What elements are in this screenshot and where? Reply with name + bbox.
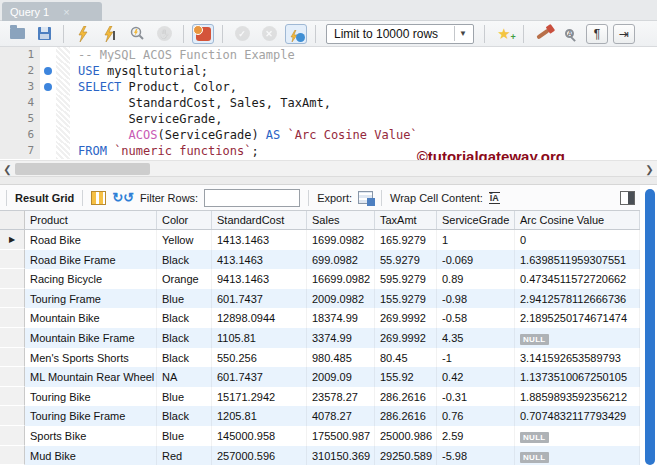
table-cell[interactable]: Touring Bike Frame [25,406,157,426]
table-cell[interactable]: -0.98 [437,289,515,309]
table-cell[interactable]: 1699.0982 [307,230,375,250]
table-cell[interactable]: ML Mountain Rear Wheel [25,367,157,387]
code-line-6[interactable]: 6 ACOS(ServiceGrade) AS `Arc Cosine Valu… [0,127,657,143]
table-row[interactable]: ML Mountain Rear WheelNA601.74372009.091… [0,367,640,387]
table-cell[interactable]: 2.1895250174671474 [515,308,640,328]
row-selector[interactable] [0,426,25,446]
table-cell[interactable]: 155.92 [375,367,437,387]
table-cell[interactable]: 25000.986 [375,426,437,446]
column-header-taxamt[interactable]: TaxAmt [375,211,437,229]
filter-rows-input[interactable] [204,189,300,207]
table-cell[interactable]: -0.069 [437,250,515,270]
editor-horizontal-scrollbar[interactable]: ❮ ❯ [0,160,657,176]
table-cell[interactable]: Black [157,250,212,270]
toggle-word-wrap-button[interactable]: ⇥ [613,24,635,44]
table-cell[interactable]: NA [157,367,212,387]
table-cell[interactable]: 3374.99 [307,328,375,348]
table-cell[interactable]: 0.42 [437,367,515,387]
table-row[interactable]: Touring BikeBlue15171.294223578.27286.26… [0,387,640,407]
table-cell[interactable]: Mud Bike [25,446,157,466]
table-cell[interactable]: Blue [157,426,212,446]
execute-query-button[interactable] [72,24,94,44]
column-header-sales[interactable]: Sales [307,211,375,229]
code-line-4[interactable]: 4 StandardCost, Sales, TaxAmt, [0,95,657,111]
table-cell[interactable]: Red [157,446,212,466]
table-row[interactable]: Racing BicycleOrange9413.146316699.09825… [0,269,640,289]
table-cell[interactable]: 550.256 [212,348,307,368]
table-cell[interactable]: 165.9279 [375,230,437,250]
row-selector[interactable] [0,348,25,368]
wrap-cell-content-icon[interactable]: ĪA [489,192,500,204]
table-cell[interactable]: 145000.958 [212,426,307,446]
table-cell[interactable]: Black [157,328,212,348]
table-cell[interactable]: Touring Bike [25,387,157,407]
table-cell[interactable]: 310150.369 [307,446,375,466]
table-cell[interactable]: Mountain Bike Frame [25,328,157,348]
table-cell[interactable]: 269.9992 [375,308,437,328]
table-row[interactable]: Touring FrameBlue601.74372009.0982155.92… [0,289,640,309]
table-cell[interactable]: 0 [515,230,640,250]
table-cell[interactable]: 4.35 [437,328,515,348]
table-cell[interactable]: 1205.81 [212,406,307,426]
table-cell[interactable]: 2009.0982 [307,289,375,309]
row-selector[interactable] [0,250,25,270]
table-cell[interactable]: 0.4734511572720662 [515,269,640,289]
row-selector[interactable] [0,367,25,387]
row-selector[interactable] [0,289,25,309]
table-cell[interactable]: 601.7437 [212,367,307,387]
table-cell[interactable]: -0.58 [437,308,515,328]
table-cell[interactable]: 1.1373510067250105 [515,367,640,387]
table-cell[interactable]: 0.89 [437,269,515,289]
table-cell[interactable]: 2.9412578112666736 [515,289,640,309]
table-cell[interactable]: 15171.2942 [212,387,307,407]
table-cell[interactable]: Black [157,348,212,368]
table-cell[interactable]: -0.31 [437,387,515,407]
table-cell[interactable]: 595.9279 [375,269,437,289]
explain-query-button[interactable] [126,24,148,44]
table-cell[interactable]: Yellow [157,230,212,250]
export-icon[interactable] [358,191,373,204]
code-line-2[interactable]: 2USE mysqltutorial; [0,63,657,79]
table-cell[interactable]: 1413.1463 [212,230,307,250]
column-header-arc-cosine-value[interactable]: Arc Cosine Value [515,211,640,229]
code-line-5[interactable]: 5 ServiceGrade, [0,111,657,127]
current-row-marker[interactable]: ▶ [0,230,25,250]
table-cell[interactable]: 155.9279 [375,289,437,309]
table-cell[interactable]: Blue [157,387,212,407]
row-selector[interactable] [0,406,25,426]
table-cell[interactable]: 286.2616 [375,406,437,426]
table-cell[interactable]: Racing Bicycle [25,269,157,289]
row-selector[interactable] [0,446,25,466]
table-cell[interactable]: 0.7074832117793429 [515,406,640,426]
table-row[interactable]: Road Bike FrameBlack413.1463699.098255.9… [0,250,640,270]
table-cell[interactable]: 2009.09 [307,367,375,387]
table-cell[interactable]: 601.7437 [212,289,307,309]
table-row[interactable]: Men's Sports ShortsBlack550.256980.48580… [0,348,640,368]
editor-result-splitter[interactable] [0,176,657,185]
table-cell[interactable]: Mountain Bike [25,308,157,328]
toggle-stop-on-error-button[interactable] [192,24,214,44]
row-selector[interactable] [0,269,25,289]
table-row[interactable]: ▶Road BikeYellow1413.14631699.0982165.92… [0,230,640,250]
table-cell[interactable]: Black [157,308,212,328]
table-cell[interactable]: 699.0982 [307,250,375,270]
execute-current-statement-button[interactable] [99,24,121,44]
column-header-standardcost[interactable]: StandardCost [212,211,307,229]
horizontal-scroll-thumb[interactable] [15,163,150,175]
table-cell[interactable]: -5.98 [437,446,515,466]
find-button[interactable]: A [559,24,581,44]
table-cell[interactable]: Road Bike Frame [25,250,157,270]
table-cell[interactable]: 175500.987 [307,426,375,446]
scroll-right-arrow-icon[interactable]: ❯ [642,161,657,177]
table-cell[interactable]: 413.1463 [212,250,307,270]
limit-rows-dropdown[interactable]: Limit to 10000 rows ▼ [326,24,474,44]
vertical-scroll-thumb[interactable] [645,189,655,465]
table-cell[interactable]: 269.9992 [375,328,437,348]
table-cell[interactable]: 980.485 [307,348,375,368]
table-cell[interactable]: 16699.0982 [307,269,375,289]
table-cell[interactable]: NULL [515,446,640,466]
row-selector-header[interactable] [0,211,25,229]
table-cell[interactable]: 18374.99 [307,308,375,328]
table-row[interactable]: Mountain Bike FrameBlack1105.813374.9926… [0,328,640,348]
save-snippet-button[interactable]: ★ [493,24,515,44]
